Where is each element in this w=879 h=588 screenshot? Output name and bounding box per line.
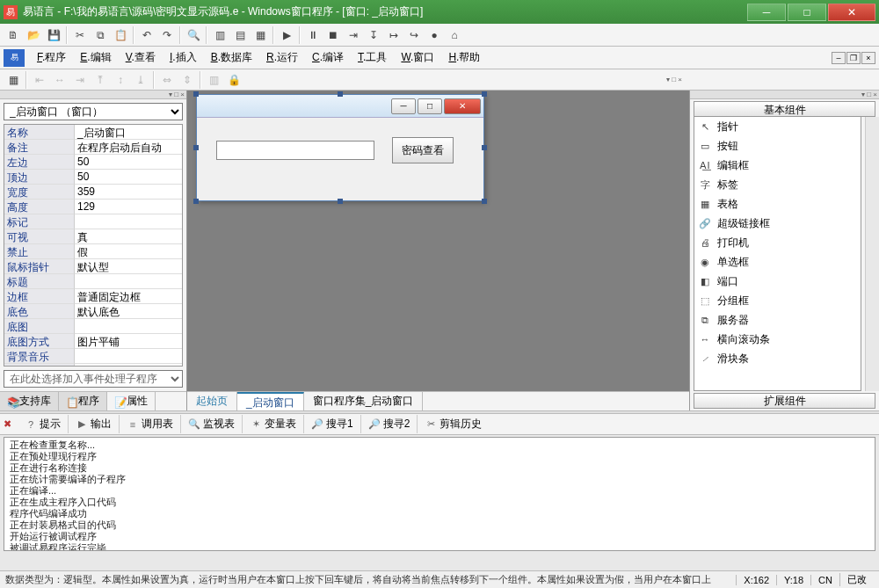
component-item[interactable]: 🔗超级链接框: [694, 214, 861, 233]
palette-footer[interactable]: 扩展组件: [694, 393, 875, 409]
menu-b[interactable]: B.数据库: [204, 47, 259, 68]
layout-icon[interactable]: ▦: [4, 70, 23, 90]
component-item[interactable]: ⟋滑块条: [694, 349, 861, 368]
stop2-icon[interactable]: ⏹: [323, 25, 343, 45]
prop-row[interactable]: 顶边50: [4, 170, 182, 185]
mdi-restore-button[interactable]: ❐: [846, 52, 861, 64]
component-item[interactable]: 🖨打印机: [694, 233, 861, 252]
event-selector-combo[interactable]: 在此处选择加入事件处理子程序: [4, 370, 183, 388]
home-icon[interactable]: ⌂: [445, 25, 464, 45]
password-input[interactable]: [216, 141, 374, 160]
object-selector-combo[interactable]: _启动窗口 （窗口）: [4, 103, 183, 120]
design-surface[interactable]: ─ □ ✕ 密码查看: [187, 91, 689, 391]
prop-value[interactable]: 真: [75, 229, 182, 244]
component-item[interactable]: 字标签: [694, 175, 861, 194]
prop-value[interactable]: 在程序启动后自动: [75, 140, 182, 155]
lock-icon[interactable]: 🔒: [224, 70, 243, 90]
form-minimize-button[interactable]: ─: [391, 98, 416, 114]
component-item[interactable]: ▭按钮: [694, 136, 861, 156]
editor-tab-0[interactable]: 起始页: [187, 392, 237, 410]
prop-value[interactable]: 假: [75, 244, 182, 259]
panel-dock-bar[interactable]: ▾ □ ×: [0, 91, 186, 99]
left-tab-0[interactable]: 📚支持库: [0, 392, 59, 410]
output-log[interactable]: 正在检查重复名称...正在预处理现行程序正在进行名称连接正在统计需要编译的子程序…: [4, 437, 875, 551]
menu-f[interactable]: F.程序: [30, 47, 73, 68]
component-list[interactable]: ↖指针▭按钮A͟I编辑框字标签▦表格🔗超级链接框🖨打印机◉单选框◧端口⬚分组框⧉…: [694, 117, 861, 391]
align-center-icon[interactable]: ↔: [50, 70, 69, 90]
prop-value[interactable]: [75, 214, 182, 229]
output-tab-3[interactable]: 🔍监视表: [183, 415, 243, 433]
prop-row[interactable]: 播放次数循环播放: [4, 364, 182, 367]
prop-value[interactable]: 默认型: [75, 259, 182, 274]
mdi-minimize-button[interactable]: –: [832, 52, 846, 64]
maximize-button[interactable]: □: [788, 4, 826, 21]
palette-dock-bar[interactable]: ▾ □ ×: [690, 91, 879, 99]
prop-row[interactable]: 底色默认底色: [4, 304, 182, 319]
prop-value[interactable]: 普通固定边框: [75, 289, 182, 304]
prop-value[interactable]: 50: [75, 155, 182, 170]
output-tab-1[interactable]: ▶输出: [70, 415, 120, 433]
copy-icon[interactable]: ⧉: [91, 25, 110, 45]
menu-e[interactable]: E.编辑: [73, 47, 118, 68]
menu-r[interactable]: R.运行: [259, 47, 305, 68]
output-tab-4[interactable]: ✶变量表: [244, 415, 304, 433]
paste-icon[interactable]: 📋: [111, 25, 130, 45]
prop-row[interactable]: 禁止假: [4, 244, 182, 259]
open-icon[interactable]: 📂: [24, 25, 43, 45]
component-item[interactable]: ↖指针: [694, 117, 861, 136]
menu-c[interactable]: C.编译: [305, 47, 351, 68]
prop-value[interactable]: 359: [75, 185, 182, 200]
menu-w[interactable]: W.窗口: [394, 47, 441, 68]
win3-icon[interactable]: ▦: [251, 25, 270, 45]
play-icon[interactable]: ▶: [277, 25, 296, 45]
grid-icon[interactable]: ▥: [204, 70, 223, 90]
view-password-button[interactable]: 密码查看: [392, 137, 454, 163]
palette-scrollbar[interactable]: [865, 117, 879, 391]
menu-v[interactable]: V.查看: [119, 47, 163, 68]
component-item[interactable]: ◧端口: [694, 272, 861, 291]
component-item[interactable]: ⧉服务器: [694, 310, 861, 330]
prop-row[interactable]: 底图方式图片平铺: [4, 334, 182, 349]
prop-value[interactable]: [75, 349, 182, 364]
file-icon[interactable]: 🗎: [4, 25, 23, 45]
step3-icon[interactable]: ↦: [384, 25, 403, 45]
menu-h[interactable]: H.帮助: [441, 47, 487, 68]
win2-icon[interactable]: ▤: [230, 25, 250, 45]
step4-icon[interactable]: ↪: [404, 25, 424, 45]
left-tab-2[interactable]: 📝属性: [107, 392, 156, 410]
component-item[interactable]: A͟I编辑框: [694, 156, 861, 175]
search-icon[interactable]: 🔍: [184, 25, 203, 45]
component-item[interactable]: ⬚分组框: [694, 291, 861, 310]
prop-value[interactable]: [75, 274, 182, 289]
brk-icon[interactable]: ●: [425, 25, 444, 45]
output-tab-2[interactable]: ≡调用表: [121, 415, 181, 433]
prop-row[interactable]: 左边50: [4, 155, 182, 170]
editor-tab-2[interactable]: 窗口程序集_启动窗口: [304, 392, 424, 410]
step1-icon[interactable]: ⇥: [344, 25, 363, 45]
left-tab-1[interactable]: 📋程序: [59, 392, 107, 410]
align-bot-icon[interactable]: ⤓: [131, 70, 150, 90]
output-tab-7[interactable]: ✂剪辑历史: [419, 415, 487, 433]
component-item[interactable]: ▦表格: [694, 194, 861, 214]
prop-value[interactable]: 图片平铺: [75, 334, 182, 349]
align-right-icon[interactable]: ⇥: [70, 70, 90, 90]
prop-row[interactable]: 可视真: [4, 229, 182, 244]
output-tab-6[interactable]: 🔎搜寻2: [363, 415, 418, 433]
prop-row[interactable]: 高度129: [4, 200, 182, 214]
prop-row[interactable]: 鼠标指针默认型: [4, 259, 182, 274]
prop-row[interactable]: 背景音乐: [4, 349, 182, 364]
prop-value[interactable]: [75, 319, 182, 334]
form-close-button[interactable]: ✕: [444, 98, 481, 114]
prop-row[interactable]: 标记: [4, 214, 182, 229]
prop-row[interactable]: 边框普通固定边框: [4, 289, 182, 304]
stop1-icon[interactable]: ⏸: [303, 25, 323, 45]
minimize-button[interactable]: ─: [747, 4, 786, 21]
close-button[interactable]: ✕: [828, 4, 875, 21]
dist-v-icon[interactable]: ⇕: [178, 70, 197, 90]
undo-icon[interactable]: ↶: [137, 25, 156, 45]
form-maximize-button[interactable]: □: [418, 98, 442, 114]
component-item[interactable]: ↔横向滚动条: [694, 330, 861, 349]
output-tab-0[interactable]: ?提示: [19, 415, 69, 433]
prop-row[interactable]: 底图: [4, 319, 182, 334]
menu-i[interactable]: I.插入: [163, 47, 204, 68]
